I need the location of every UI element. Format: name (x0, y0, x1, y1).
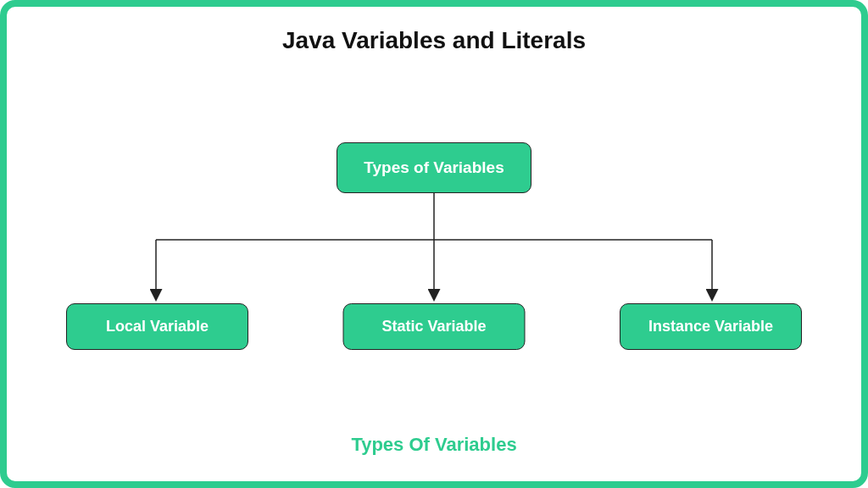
child-node-label: Local Variable (106, 318, 209, 336)
diagram-caption: Types Of Variables (7, 434, 861, 456)
child-node-local: Local Variable (66, 303, 248, 350)
root-node-label: Types of Variables (364, 158, 504, 177)
diagram-title: Java Variables and Literals (7, 27, 861, 54)
child-node-static: Static Variable (343, 303, 526, 350)
diagram-frame: Java Variables and Literals Types of Var… (0, 0, 868, 488)
child-node-label: Instance Variable (648, 318, 773, 336)
connector-lines (7, 7, 861, 481)
child-node-label: Static Variable (381, 318, 486, 336)
root-node: Types of Variables (337, 142, 531, 193)
child-node-instance: Instance Variable (620, 303, 802, 350)
